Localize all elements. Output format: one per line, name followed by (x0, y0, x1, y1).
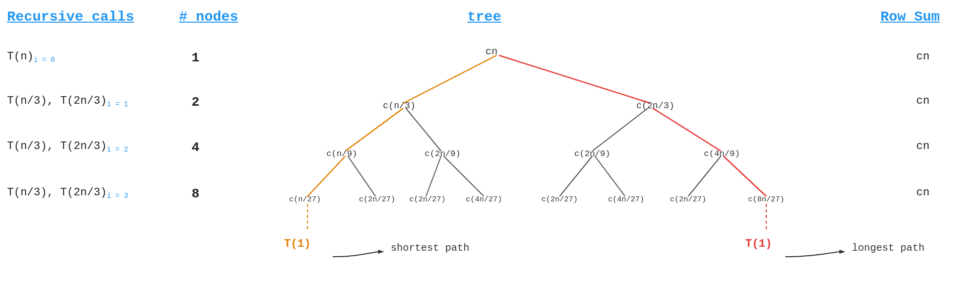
svg-line-12 (688, 156, 721, 196)
svg-text:cn: cn (485, 46, 498, 57)
svg-text:c(2n/27): c(2n/27) (670, 195, 706, 204)
svg-line-13 (723, 156, 766, 196)
svg-line-5 (653, 108, 721, 151)
svg-line-11 (595, 156, 625, 196)
svg-text:c(2n/9): c(2n/9) (574, 149, 610, 159)
svg-line-3 (406, 108, 441, 151)
svg-text:c(n/27): c(n/27) (289, 195, 321, 204)
page-container: Recursive calls # nodes tree Row Sum T(n… (0, 0, 980, 291)
svg-text:T(1): T(1) (284, 238, 311, 250)
svg-line-9 (444, 156, 484, 196)
svg-text:longest path: longest path (852, 242, 925, 254)
svg-text:c(n/9): c(n/9) (326, 149, 357, 159)
svg-text:c(4n/27): c(4n/27) (466, 195, 502, 204)
svg-line-6 (308, 156, 345, 196)
svg-line-0 (403, 55, 497, 103)
svg-text:c(4n/9): c(4n/9) (704, 149, 740, 159)
svg-line-4 (592, 108, 648, 151)
svg-text:c(n/3): c(n/3) (383, 101, 416, 111)
tree-svg: cn c(n/3) c(2n/3) c(n/9) c(2n/9) c(2n/9)… (0, 0, 980, 291)
svg-text:c(2n/27): c(2n/27) (409, 195, 446, 204)
svg-line-8 (426, 156, 441, 196)
svg-text:c(2n/27): c(2n/27) (541, 195, 578, 204)
svg-text:c(4n/27): c(4n/27) (608, 195, 644, 204)
svg-line-7 (348, 156, 376, 196)
svg-text:c(2n/27): c(2n/27) (359, 195, 395, 204)
svg-text:shortest path: shortest path (391, 242, 469, 254)
svg-text:c(2n/9): c(2n/9) (424, 149, 460, 159)
svg-line-1 (499, 55, 650, 103)
svg-text:c(2n/3): c(2n/3) (636, 101, 675, 111)
svg-line-2 (345, 108, 403, 151)
svg-marker-17 (839, 250, 845, 254)
svg-text:c(8n/27): c(8n/27) (748, 195, 784, 204)
svg-line-10 (560, 156, 592, 196)
svg-marker-16 (378, 250, 384, 254)
svg-text:T(1): T(1) (746, 238, 772, 250)
